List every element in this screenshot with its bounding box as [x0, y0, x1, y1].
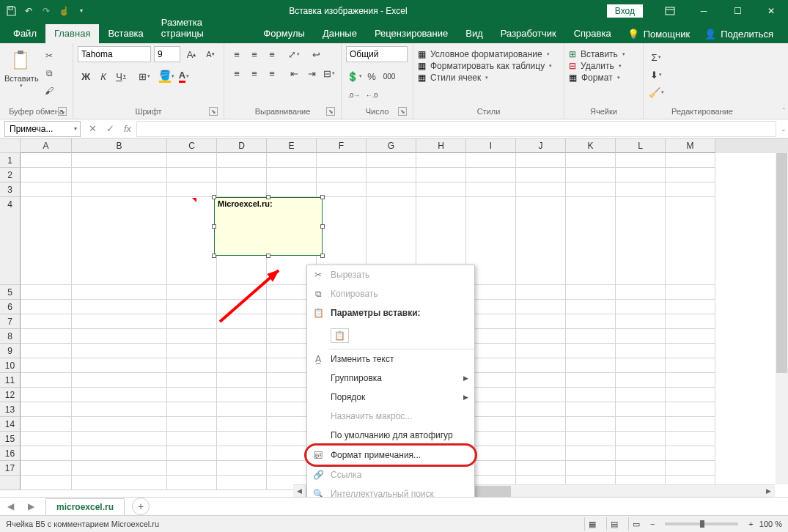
row-header-1[interactable]: 1 — [0, 153, 21, 168]
cell-L14[interactable] — [616, 417, 666, 432]
maximize-button[interactable]: ☐ — [721, 0, 754, 21]
cell-C9[interactable] — [167, 344, 217, 358]
cell-C17[interactable] — [167, 461, 217, 476]
cell-I3[interactable] — [466, 182, 516, 197]
cell-A14[interactable] — [21, 417, 72, 432]
cell-D9[interactable] — [217, 344, 267, 358]
cell-M4[interactable] — [666, 197, 715, 285]
cell-A16[interactable] — [21, 446, 72, 461]
cell-M14[interactable] — [666, 417, 715, 432]
cell-C8[interactable] — [167, 329, 217, 344]
cell-B2[interactable] — [72, 168, 167, 182]
cell-C3[interactable] — [167, 182, 217, 197]
cell-L13[interactable] — [616, 402, 666, 417]
decrease-decimal-icon[interactable]: ←.0 — [364, 87, 380, 103]
cell-H1[interactable] — [416, 153, 466, 168]
cell-D3[interactable] — [217, 182, 267, 197]
cell-D18[interactable] — [217, 476, 267, 490]
cell-G3[interactable] — [367, 182, 416, 197]
cell-L2[interactable] — [616, 168, 666, 182]
row-header-17[interactable]: 17 — [0, 461, 21, 476]
row-header-16[interactable]: 16 — [0, 446, 21, 461]
cell-J12[interactable] — [516, 388, 566, 402]
cell-L7[interactable] — [616, 314, 666, 329]
row-header-6[interactable]: 6 — [0, 300, 21, 314]
cell-A12[interactable] — [21, 388, 72, 402]
quick-save-icon[interactable] — [3, 3, 19, 19]
tab-review[interactable]: Рецензирование — [366, 24, 457, 43]
col-header-L[interactable]: L — [616, 138, 666, 153]
accounting-format-icon[interactable]: 💲 — [346, 68, 362, 84]
orientation-icon[interactable]: ⤢ — [286, 46, 302, 62]
clear-icon[interactable]: 🧹 — [648, 84, 664, 100]
cell-B11[interactable] — [72, 373, 167, 388]
cell-A18[interactable] — [21, 476, 72, 490]
cell-L17[interactable] — [616, 461, 666, 476]
number-launcher[interactable]: ⬊ — [398, 107, 407, 116]
row-header-18[interactable] — [0, 476, 21, 490]
select-all-corner[interactable] — [0, 138, 21, 153]
align-bottom-icon[interactable]: ≡ — [264, 46, 280, 62]
bold-button[interactable]: Ж — [78, 68, 94, 84]
enter-formula-icon[interactable]: ✓ — [101, 121, 119, 137]
font-launcher[interactable]: ⬊ — [209, 107, 218, 116]
cell-B14[interactable] — [72, 417, 167, 432]
cell-H3[interactable] — [416, 182, 466, 197]
cell-A11[interactable] — [21, 373, 72, 388]
cell-K3[interactable] — [566, 182, 616, 197]
cell-B12[interactable] — [72, 388, 167, 402]
underline-button[interactable]: Ч — [113, 68, 129, 84]
cell-M12[interactable] — [666, 388, 715, 402]
tab-developer[interactable]: Разработчик — [492, 24, 565, 43]
cell-I2[interactable] — [466, 168, 516, 182]
cell-L11[interactable] — [616, 373, 666, 388]
cell-A4[interactable] — [21, 197, 72, 285]
cell-L10[interactable] — [616, 358, 666, 373]
col-header-D[interactable]: D — [217, 138, 267, 153]
fx-icon[interactable]: fx — [119, 121, 136, 137]
increase-decimal-icon[interactable]: .0→ — [346, 87, 362, 103]
cell-M16[interactable] — [666, 446, 715, 461]
cell-K6[interactable] — [566, 300, 616, 314]
row-header-13[interactable]: 13 — [0, 402, 21, 417]
cell-D12[interactable] — [217, 388, 267, 402]
tab-home[interactable]: Главная — [45, 24, 99, 43]
touch-mode-icon[interactable]: ☝ — [56, 3, 72, 19]
cell-A10[interactable] — [21, 358, 72, 373]
tab-file[interactable]: Файл — [4, 24, 45, 43]
cell-M7[interactable] — [666, 314, 715, 329]
undo-icon[interactable]: ↶ — [21, 3, 37, 19]
decrease-indent-icon[interactable]: ⇤ — [286, 65, 302, 81]
cell-B15[interactable] — [72, 432, 167, 446]
cell-K16[interactable] — [566, 446, 616, 461]
cell-A6[interactable] — [21, 300, 72, 314]
paste-option-icon[interactable]: 📋 — [331, 328, 349, 343]
wrap-text-icon[interactable]: ↩ — [308, 46, 324, 62]
cell-M17[interactable] — [666, 461, 715, 476]
ctx-grouping[interactable]: Группировка▶ — [307, 369, 474, 388]
cell-J2[interactable] — [516, 168, 566, 182]
format-cells-button[interactable]: ▦Формат▾ — [569, 73, 620, 83]
cell-B17[interactable] — [72, 461, 167, 476]
cell-K9[interactable] — [566, 344, 616, 358]
col-header-G[interactable]: G — [367, 138, 416, 153]
cell-K11[interactable] — [566, 373, 616, 388]
cell-J1[interactable] — [516, 153, 566, 168]
cell-D16[interactable] — [217, 446, 267, 461]
tab-formulas[interactable]: Формулы — [254, 24, 314, 43]
cell-M10[interactable] — [666, 358, 715, 373]
align-center-icon[interactable]: ≡ — [246, 65, 262, 81]
increase-font-icon[interactable]: A▴ — [183, 46, 199, 62]
cell-J10[interactable] — [516, 358, 566, 373]
cell-M11[interactable] — [666, 373, 715, 388]
cell-K14[interactable] — [566, 417, 616, 432]
cell-M8[interactable] — [666, 329, 715, 344]
conditional-formatting-button[interactable]: ▦Условное форматирование▾ — [418, 49, 550, 59]
insert-cells-button[interactable]: ⊞Вставить▾ — [569, 49, 625, 59]
align-middle-icon[interactable]: ≡ — [246, 46, 262, 62]
cell-J4[interactable] — [516, 197, 566, 285]
cell-A7[interactable] — [21, 314, 72, 329]
cell-B1[interactable] — [72, 153, 167, 168]
cell-A8[interactable] — [21, 329, 72, 344]
cell-D11[interactable] — [217, 373, 267, 388]
